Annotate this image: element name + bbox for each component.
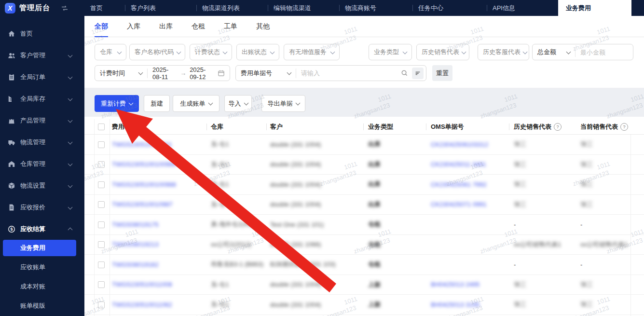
sidebar-item-10[interactable]: $应收结算 [0, 221, 84, 237]
cell-hist: xx公司销售代表1 [514, 235, 561, 255]
sidebar-item-6[interactable]: 物流管理 [0, 134, 84, 151]
sidebar-item-4[interactable]: 全局库存 [0, 91, 84, 107]
date-from[interactable]: 2025-08-11 [152, 66, 177, 81]
tab-label: 工单 [224, 22, 237, 31]
tab-label: 出库 [159, 22, 173, 31]
select-all-checkbox[interactable] [98, 124, 105, 130]
cell-oms[interactable]: CK23042506103312 [431, 135, 488, 154]
filter-select-6[interactable]: 业务类型 [369, 44, 412, 60]
cell-customer: Test One (331 101) [270, 215, 324, 234]
sidebar-item-2[interactable]: 客户管理 [0, 47, 84, 64]
cell-type: 上架 [368, 295, 381, 315]
sidebar-item-9[interactable]: 应收报价 [0, 199, 84, 216]
cell-oms[interactable]: CK230425011 3491 [431, 155, 486, 175]
row-checkbox[interactable] [98, 302, 105, 308]
cell-fee[interactable]: TWGS230510011008 [112, 275, 172, 295]
topnav-item-2[interactable]: 客户列表 [125, 0, 196, 16]
topnav-item-1[interactable]: 首页 [84, 0, 125, 16]
sidebar-subitem-业务费用[interactable]: 业务费用 [3, 240, 76, 256]
topnav-item-6[interactable]: 任务中心 [412, 0, 487, 16]
date-to[interactable]: 2025-09-12 [190, 66, 214, 81]
cell-oms[interactable]: CK230425061 7992 [431, 175, 487, 194]
sidebar-subitem-应收账单[interactable]: 应收账单 [0, 259, 84, 275]
sidebar-item-5[interactable]: 产品管理 [0, 112, 84, 129]
svg-text:$: $ [10, 227, 13, 232]
search-icon[interactable] [401, 69, 408, 77]
time-type-select[interactable]: 计费时间 [95, 66, 147, 81]
action-button-5[interactable]: 导出单据 [261, 95, 305, 112]
filter-select-3[interactable]: 计费状态 [190, 44, 232, 60]
filter-select-5[interactable]: 有无增值服务 [284, 44, 340, 60]
row-checkbox[interactable] [98, 241, 105, 248]
row-checkbox[interactable] [98, 161, 105, 168]
doc-type-select[interactable]: 费用单据号 [236, 66, 296, 81]
row-checkbox[interactable] [98, 261, 105, 268]
filter-select-label: 有无增值服务 [289, 48, 327, 56]
action-button-4[interactable]: 导入 [224, 95, 252, 112]
cell-fee[interactable]: TWGS230510011001 [112, 135, 172, 154]
amount-type-select[interactable]: 总金额 [533, 44, 575, 60]
filter-select-2[interactable]: 客户名称/代码 [129, 44, 185, 60]
tab-label: 其他 [256, 22, 270, 31]
row-checkbox[interactable] [98, 221, 105, 228]
topnav-item-label: 客户列表 [131, 4, 156, 13]
cell-fee[interactable]: TWGS08019162 [112, 255, 159, 275]
row-checkbox[interactable] [98, 181, 105, 188]
chevron-down-icon [68, 96, 73, 101]
action-button-3[interactable]: 生成账单 [173, 95, 219, 112]
cell-oms[interactable]: BH0425013 2495 [431, 275, 480, 295]
row-checkbox[interactable] [98, 201, 105, 208]
search-list-icon[interactable] [412, 68, 424, 79]
sidebar-item-1[interactable]: 首页 [0, 26, 84, 42]
help-icon[interactable]: ? [620, 123, 628, 131]
action-button-label: 导出单据 [268, 99, 293, 108]
reset-button[interactable]: 重置 [432, 65, 452, 81]
row-checkbox[interactable] [98, 281, 105, 288]
action-button-2[interactable]: 新建 [144, 95, 170, 112]
row-checkbox[interactable] [98, 141, 105, 148]
sidebar-item-3[interactable]: 全局订单 [0, 69, 84, 85]
tab-6[interactable]: 其他 [256, 16, 270, 37]
sidebar-item-label: 物流设置 [20, 181, 45, 190]
sidebar-subitem-账单模版[interactable]: 账单模版 [0, 298, 84, 314]
min-amount-input[interactable] [575, 49, 633, 56]
filter-select-8[interactable]: 历史客服代表 [478, 44, 529, 60]
chevron-down-icon [244, 101, 248, 106]
cell-curr: 张三 [580, 275, 593, 295]
cell-fee[interactable]: TWGS2305100100988 [112, 175, 176, 194]
cell-fee[interactable]: TWGS230510010987 [112, 195, 173, 215]
cell-oms[interactable]: BH0425013 3195 [431, 295, 480, 315]
action-button-1[interactable]: 重新计费 [95, 95, 139, 112]
tab-5[interactable]: 工单 [224, 16, 237, 37]
tab-4[interactable]: 仓租 [192, 16, 205, 37]
filter-select-4[interactable]: 出账状态 [236, 44, 279, 60]
quote-icon [8, 204, 15, 211]
topnav-item-8[interactable]: 业务费用 [558, 0, 631, 16]
sidebar-item-7[interactable]: 仓库管理 [0, 156, 84, 172]
category-tabs: 全部入库出库仓租工单其他 [84, 16, 644, 37]
tab-1[interactable]: 全部 [95, 16, 108, 37]
topnav-item-3[interactable]: 物流渠道列表 [196, 0, 268, 16]
topnav-item-5[interactable]: 物流商账号 [339, 0, 412, 16]
tab-3[interactable]: 出库 [159, 16, 173, 37]
sidebar-item-8[interactable]: 物流设置 [0, 178, 84, 194]
filter-select-label: 计费状态 [195, 48, 220, 56]
column-header-1: 费用单据号 [112, 119, 143, 135]
collapse-sidebar-icon[interactable] [61, 4, 69, 12]
cell-fee[interactable]: TWGS08019213 [112, 235, 159, 255]
filter-select-1[interactable]: 仓库 [95, 44, 126, 60]
cell-fee[interactable]: TWGS08019175 [112, 215, 159, 234]
doc-number-input[interactable] [296, 69, 401, 77]
help-icon[interactable]: ? [554, 123, 562, 131]
product-icon [8, 117, 15, 124]
tab-2[interactable]: 入库 [127, 16, 140, 37]
cell-oms[interactable]: CK230425071 0991 [431, 195, 487, 215]
cell-fee[interactable]: TWGS2305100100988 [112, 155, 176, 175]
tab-label: 全部 [95, 22, 108, 31]
cell-fee[interactable]: TWGS230510011062 [112, 295, 172, 315]
sidebar-subitem-成本对账[interactable]: 成本对账 [0, 278, 84, 295]
filter-select-7[interactable]: 历史销售代表 [416, 44, 469, 60]
date-range-picker[interactable]: 2025-08-11 → 2025-09-12 [148, 66, 230, 81]
topnav-item-4[interactable]: 编辑物流渠道 [268, 0, 339, 16]
topnav-item-7[interactable]: API信息 [487, 0, 558, 16]
